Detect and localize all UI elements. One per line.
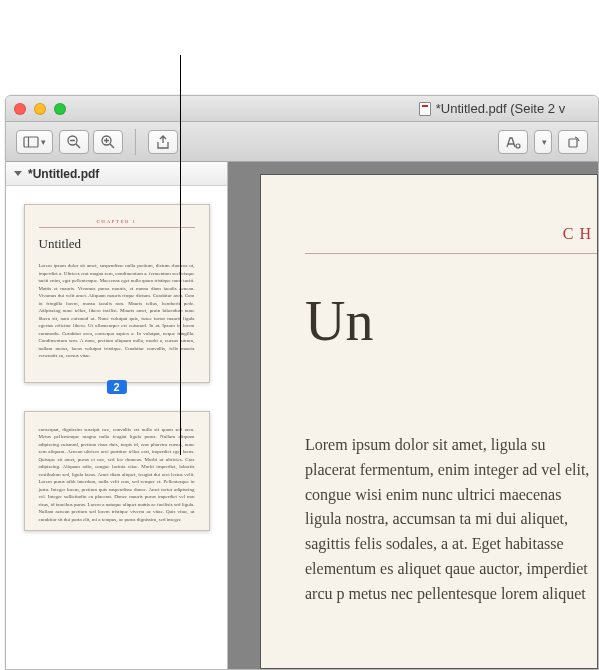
markup-icon (505, 134, 521, 150)
app-window: *Untitled.pdf (Seite 2 v ▾ (5, 95, 599, 670)
thumb-title: Untitled (39, 236, 195, 252)
minimize-button[interactable] (34, 103, 46, 115)
toolbar: ▾ (6, 122, 598, 162)
titlebar: *Untitled.pdf (Seite 2 v (6, 96, 598, 122)
document-viewport[interactable]: CH Un Lorem ipsum dolor sit amet, ligula… (228, 162, 598, 669)
chapter-divider (305, 253, 597, 254)
svg-rect-0 (24, 137, 38, 147)
page-title: Un (305, 289, 597, 353)
window-controls (14, 103, 66, 115)
zoom-in-button[interactable] (93, 130, 123, 154)
sidebar-header[interactable]: *Untitled.pdf (6, 162, 227, 186)
svg-point-9 (516, 144, 520, 148)
page-number-badge: 2 (106, 380, 126, 394)
close-button[interactable] (14, 103, 26, 115)
window-title: *Untitled.pdf (Seite 2 v (436, 101, 565, 116)
markup-menu-button[interactable]: ▾ (534, 130, 552, 154)
zoom-out-button[interactable] (59, 130, 89, 154)
svg-rect-10 (569, 139, 577, 147)
thumb-body-text: Lorem ipsum dolor sit amet, suspendisse … (39, 262, 195, 360)
thumb-chapter-label: CHAPTER 1 (39, 219, 195, 224)
rotate-icon (565, 134, 581, 150)
view-mode-button[interactable]: ▾ (16, 130, 53, 154)
sidebar-doc-name: *Untitled.pdf (28, 167, 99, 181)
window-title-area: *Untitled.pdf (Seite 2 v (6, 101, 598, 116)
document-icon (419, 102, 431, 116)
thumbnail-list: CHAPTER 1 Untitled Lorem ipsum dolor sit… (6, 186, 227, 669)
zoom-out-icon (66, 134, 82, 150)
sidebar-icon (23, 134, 39, 150)
share-button[interactable] (148, 130, 178, 154)
body-area: *Untitled.pdf CHAPTER 1 Untitled Lorem i… (6, 162, 598, 669)
zoom-in-icon (100, 134, 116, 150)
zoom-group (59, 130, 123, 154)
disclosure-triangle-icon (14, 171, 22, 176)
callout-line (180, 55, 181, 455)
thumb-divider (39, 227, 195, 228)
page-body-text: Lorem ipsum dolor sit amet, ligula su pl… (305, 433, 597, 607)
thumbnail-page-2[interactable]: CHAPTER 1 Untitled Lorem ipsum dolor sit… (24, 204, 210, 383)
thumbnail-page-3[interactable]: consequat, dignissim suscipit nec, conva… (24, 411, 210, 531)
chevron-down-icon: ▾ (41, 137, 46, 147)
rotate-button[interactable] (558, 130, 588, 154)
chapter-label: CH (305, 225, 597, 243)
chevron-down-icon: ▾ (542, 137, 547, 147)
svg-line-3 (76, 144, 80, 148)
share-icon (155, 134, 171, 150)
toolbar-separator (135, 129, 136, 155)
thumb-body-text: consequat, dignissim suscipit nec, conva… (39, 426, 195, 524)
sidebar: *Untitled.pdf CHAPTER 1 Untitled Lorem i… (6, 162, 228, 669)
svg-line-6 (110, 144, 114, 148)
document-page: CH Un Lorem ipsum dolor sit amet, ligula… (260, 174, 598, 669)
markup-button[interactable] (498, 130, 528, 154)
maximize-button[interactable] (54, 103, 66, 115)
